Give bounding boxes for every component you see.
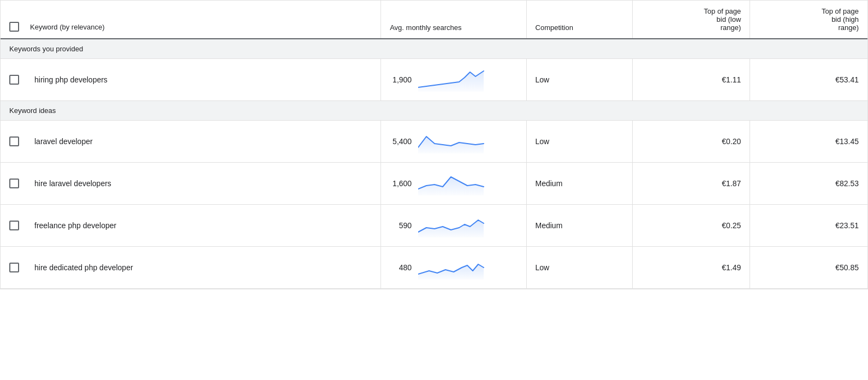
bid-high-value: €23.51 [835, 221, 859, 230]
svg-marker-4 [418, 264, 484, 280]
svg-marker-2 [418, 177, 484, 195]
searches-cell: 5,400 [381, 121, 526, 163]
sparkline-chart [418, 212, 489, 239]
searches-cell: 590 [381, 205, 526, 247]
competition-value: Low [536, 137, 550, 146]
competition-cell: Medium [526, 163, 633, 205]
keyword-cell: hire dedicated php developer [1, 247, 381, 289]
table-header-row: Keyword (by relevance) Avg. monthly sear… [1, 1, 867, 39]
bid-high-cell: €53.41 [750, 59, 867, 101]
row-checkbox[interactable] [9, 75, 19, 85]
bid-low-cell: €0.20 [633, 121, 750, 163]
row-checkbox[interactable] [9, 221, 19, 230]
table-row: hire dedicated php developer 480 Low €1 [1, 247, 867, 289]
searches-value: 1,600 [390, 179, 412, 188]
bid-high-value: €53.41 [835, 75, 859, 84]
bid-high-value: €82.53 [835, 179, 859, 188]
keyword-value: hire dedicated php developer [34, 263, 133, 272]
svg-marker-3 [418, 220, 484, 238]
keyword-value: hiring php developers [34, 75, 108, 84]
keyword-cell: freelance php developer [1, 205, 381, 247]
searches-cell: 480 [381, 247, 526, 289]
bid-low-cell: €1.11 [633, 59, 750, 101]
section-header-row: Keywords you provided [1, 39, 867, 59]
searches-value: 5,400 [390, 137, 412, 146]
bid-low-value: €1.11 [722, 75, 741, 84]
competition-column-header: Competition [526, 1, 633, 39]
searches-column-header: Avg. monthly searches [381, 1, 526, 39]
section-label: Keywords you provided [1, 39, 867, 59]
bid-low-value: €0.20 [722, 137, 741, 146]
searches-value: 1,900 [390, 75, 412, 84]
bid-high-cell: €13.45 [750, 121, 867, 163]
competition-cell: Medium [526, 205, 633, 247]
keyword-cell: hire laravel developers [1, 163, 381, 205]
row-checkbox[interactable] [9, 263, 19, 272]
sparkline-chart [418, 67, 489, 93]
bid-high-value: €13.45 [835, 137, 859, 146]
competition-value: Medium [536, 221, 563, 230]
bid-low-header-label: Top of pagebid (lowrange) [704, 7, 741, 32]
table-row: laravel developer 5,400 Low €0.20 [1, 121, 867, 163]
sparkline-chart [418, 170, 489, 197]
select-all-checkbox[interactable] [9, 22, 19, 32]
bid-low-cell: €0.25 [633, 205, 750, 247]
searches-value: 480 [390, 263, 412, 272]
sparkline-chart [418, 128, 489, 155]
bid-high-cell: €50.85 [750, 247, 867, 289]
keyword-table: Keyword (by relevance) Avg. monthly sear… [1, 1, 867, 289]
table-row: freelance php developer 590 Medium €0.2 [1, 205, 867, 247]
table-row: hire laravel developers 1,600 Medium €1 [1, 163, 867, 205]
keyword-cell: laravel developer [1, 121, 381, 163]
bid-low-value: €1.49 [722, 263, 741, 272]
table-row: hiring php developers 1,900 Low €1.11 [1, 59, 867, 101]
bid-low-value: €1.87 [722, 179, 741, 188]
searches-cell: 1,900 [381, 59, 526, 101]
row-checkbox[interactable] [9, 179, 19, 188]
keyword-header-label: Keyword (by relevance) [30, 23, 105, 31]
svg-marker-0 [418, 71, 484, 92]
competition-value: Low [536, 75, 550, 84]
bid-high-cell: €82.53 [750, 163, 867, 205]
bid-high-cell: €23.51 [750, 205, 867, 247]
bid-high-column-header: Top of pagebid (highrange) [750, 1, 867, 39]
section-header-row: Keyword ideas [1, 101, 867, 121]
searches-cell: 1,600 [381, 163, 526, 205]
keyword-column-header: Keyword (by relevance) [1, 1, 381, 39]
competition-cell: Low [526, 247, 633, 289]
competition-value: Low [536, 263, 550, 272]
keyword-table-container: Keyword (by relevance) Avg. monthly sear… [0, 0, 868, 289]
keyword-value: freelance php developer [34, 221, 116, 230]
keyword-value: laravel developer [34, 137, 93, 146]
searches-value: 590 [390, 221, 412, 230]
searches-header-label: Avg. monthly searches [390, 23, 461, 32]
bid-low-cell: €1.87 [633, 163, 750, 205]
bid-low-column-header: Top of pagebid (lowrange) [633, 1, 750, 39]
section-label: Keyword ideas [1, 101, 867, 121]
competition-header-label: Competition [536, 23, 573, 32]
bid-low-value: €0.25 [722, 221, 741, 230]
sparkline-chart [418, 254, 489, 281]
competition-value: Medium [536, 179, 563, 188]
bid-high-header-label: Top of pagebid (highrange) [822, 7, 859, 32]
keyword-cell: hiring php developers [1, 59, 381, 101]
bid-low-cell: €1.49 [633, 247, 750, 289]
row-checkbox[interactable] [9, 136, 19, 146]
competition-cell: Low [526, 59, 633, 101]
competition-cell: Low [526, 121, 633, 163]
keyword-value: hire laravel developers [34, 179, 111, 188]
bid-high-value: €50.85 [835, 263, 859, 272]
